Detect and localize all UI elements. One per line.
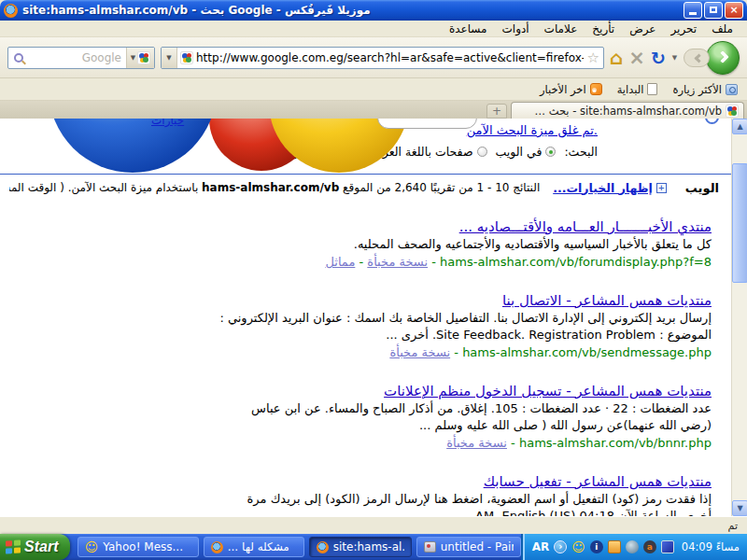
result-url: hams-almshar.com/vb/bnnr.php (519, 436, 712, 450)
menu-bar: ملف تحرير عرض تأريخ علامات أدوات مساعدة (0, 21, 747, 37)
history-dropdown-icon[interactable]: ▼ (671, 54, 678, 62)
task-firefox-window[interactable]: مشكله لها ... (204, 537, 304, 557)
back-arrow-icon (716, 49, 729, 63)
scroll-down-icon[interactable]: ▼ (732, 500, 747, 516)
restore-icon (710, 7, 717, 13)
search-result: منتدي الأخبـــــــار العـــامه والأقتـــ… (217, 217, 712, 271)
paint-icon (424, 541, 436, 553)
bookmark-star-icon[interactable]: ☆ (587, 49, 599, 66)
globe-tray-icon[interactable] (626, 540, 639, 553)
task-paint[interactable]: untitled - Paint (416, 537, 521, 557)
task-firefox-active[interactable]: site:hams-al... (309, 537, 412, 557)
folder-tray-icon[interactable] (608, 540, 621, 553)
bookmark-label: الأكثر زيارة (672, 83, 722, 96)
task-yahoo-messenger[interactable]: ☺ Yahoo! Mess... (78, 537, 199, 557)
result-title-link[interactable]: منتديات همس المشاعر - تسجيل الدخول منظم … (384, 382, 712, 400)
bookmark-latest-news[interactable]: اخر الأخبار (540, 83, 602, 96)
cached-link[interactable]: نسخة مخبأة (389, 345, 450, 359)
home-button[interactable]: ⌂ (610, 48, 623, 68)
show-options[interactable]: + إظهار الخيارات... (553, 181, 667, 195)
safesearch-notice-link[interactable]: تم غلق ميزة البحث الآمن. (467, 123, 598, 137)
most-visited-icon (726, 84, 738, 95)
page-search-box-partial[interactable] (377, 119, 477, 129)
forward-arrow-icon (695, 53, 704, 63)
search-bar[interactable]: Google ▼ (7, 47, 155, 69)
back-button[interactable] (706, 41, 740, 75)
scroll-up-icon[interactable]: ▲ (732, 119, 747, 134)
firefox-icon (4, 4, 18, 18)
result-url-line: hams-almshar.com/vb/bnnr.php - نسخة مخبأ… (217, 434, 712, 452)
display-tray-icon[interactable] (661, 540, 674, 553)
scope-option-web[interactable]: في الويب (496, 145, 557, 159)
cached-link[interactable]: نسخة مخبأة (446, 436, 507, 450)
menu-item-help[interactable]: مساعدة (443, 21, 494, 36)
stats-prefix: النتائج 10 - 1 من تقريبًا 2,640 من الموق… (343, 181, 540, 194)
url-dropdown-icon[interactable]: ▼ (162, 48, 177, 68)
minimize-icon (689, 12, 697, 15)
show-options-link[interactable]: إظهار الخيارات... (553, 181, 653, 195)
plus-box-icon: + (656, 183, 667, 193)
menu-item-file[interactable]: ملف (705, 21, 740, 36)
radio-icon[interactable] (477, 147, 487, 157)
info-tray-icon[interactable]: i (590, 540, 603, 553)
search-placeholder[interactable]: Google (27, 51, 126, 64)
status-text: تم (728, 520, 738, 532)
status-bar: تم (0, 516, 747, 534)
result-url-line: hams-almshar.com/vb/sendmessage.php - نس… (217, 343, 712, 361)
firefox-icon (211, 541, 223, 553)
result-title-link[interactable]: منتدي الأخبـــــــار العـــامه والأقتـــ… (459, 217, 712, 236)
start-button[interactable]: Start (0, 534, 70, 560)
firefox-window: site:hams-almshar.com/vb - بحث Google - … (0, 0, 747, 560)
dash: - (511, 436, 515, 450)
language-indicator[interactable]: AR (532, 540, 550, 553)
active-tab[interactable]: site:hams-almshar.com/vb - بحث Google (511, 102, 744, 119)
search-result: منتديات همس المشاعر - الاتصال بنا إرسال … (217, 291, 712, 361)
result-url-line: hams-almshar.com/vb/forumdisplay.php?f=8… (217, 253, 712, 271)
search-result: منتديات همس المشاعر - تسجيل الدخول منظم … (217, 382, 712, 452)
menu-item-edit[interactable]: تحرير (665, 21, 704, 36)
cached-link[interactable]: نسخة مخبأة (367, 255, 428, 269)
bookmark-most-visited[interactable]: الأكثر زيارة (672, 83, 738, 96)
search-engine-dropdown[interactable]: ▼ (126, 48, 154, 68)
result-title-link[interactable]: منتديات همس المشاعر - تفعيل حسابك (484, 472, 712, 491)
page-icon (647, 83, 657, 95)
search-results: منتدي الأخبـــــــار العـــامه والأقتـــ… (217, 217, 712, 516)
new-tab-button[interactable]: + (486, 104, 507, 119)
reload-button[interactable]: ↻ (651, 48, 666, 68)
close-button[interactable]: × (725, 2, 743, 19)
url-bar[interactable]: ▼ http://www.google.com.eg/search?hl=ar&… (161, 47, 604, 69)
menu-item-tools[interactable]: أدوات (496, 21, 536, 36)
yahoo-messenger-icon: ☺ (85, 540, 99, 553)
google-favicon (137, 51, 150, 64)
page-options-link[interactable]: خيارات (151, 119, 184, 127)
scope-label: البحث: (564, 145, 598, 159)
taskbar: Start ☺ Yahoo! Mess... مشكله لها ... sit… (0, 534, 747, 560)
scope-option-label: في الويب (496, 145, 543, 159)
tab-bar: site:hams-almshar.com/vb - بحث Google + (0, 101, 747, 119)
tray-chevron-icon[interactable]: › (554, 540, 567, 553)
partial-circle-decoration (705, 119, 719, 124)
vertical-scrollbar[interactable]: ▲ ▼ (731, 119, 747, 516)
similar-link[interactable]: مماثل (325, 255, 355, 269)
menu-item-history[interactable]: تأريخ (585, 21, 621, 36)
result-title-link[interactable]: منتديات همس المشاعر - الاتصال بنا (502, 291, 712, 310)
bookmark-getting-started[interactable]: البداية (617, 83, 658, 96)
result-snippet: إرسال بريد إلكتروني إلى الإدارة الاتصال … (217, 310, 712, 343)
minimize-button[interactable] (684, 2, 702, 19)
yahoo-messenger-tray-icon[interactable]: ☺ (571, 540, 585, 553)
bookmark-label: اخر الأخبار (540, 83, 586, 96)
stats-site: hams-almshar.com/vb (202, 181, 339, 194)
firefox-icon (317, 541, 329, 553)
antivirus-tray-icon[interactable]: a (643, 540, 656, 553)
stop-button[interactable]: × (628, 48, 645, 68)
dash: - (431, 255, 436, 269)
radio-selected-icon[interactable] (545, 147, 556, 157)
scrollbar-thumb[interactable] (732, 163, 747, 283)
forward-button[interactable] (684, 49, 710, 67)
menu-item-view[interactable]: عرض (623, 21, 662, 36)
restore-button[interactable] (704, 2, 723, 19)
url-text[interactable]: http://www.google.com.eg/search?hl=ar&sa… (196, 51, 584, 64)
clock[interactable]: 04:09 مساءً (682, 540, 740, 553)
window-titlebar: site:hams-almshar.com/vb - بحث Google - … (0, 0, 747, 21)
menu-item-bookmarks[interactable]: علامات (538, 21, 585, 36)
